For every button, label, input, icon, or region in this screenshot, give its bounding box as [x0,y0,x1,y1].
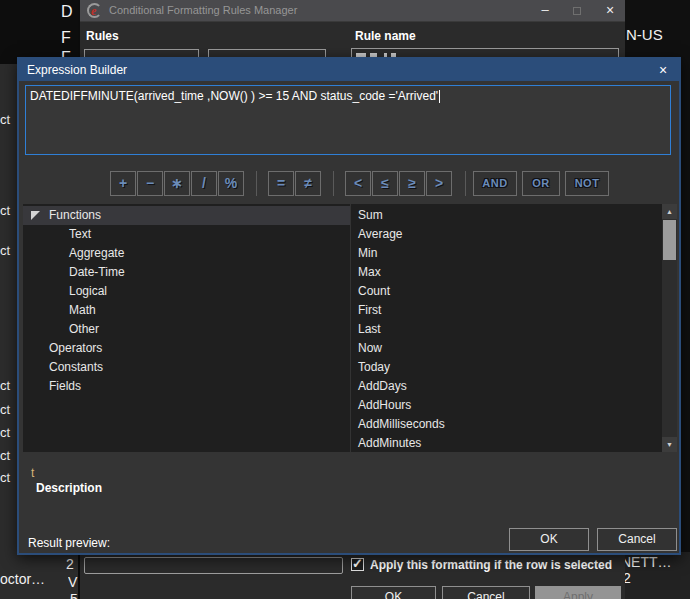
tree-item-text[interactable]: Text [23,225,350,244]
background-grid-fragment: ct [0,448,17,463]
tree-item-label: Text [69,227,91,241]
toolbar-separator [333,171,334,196]
not-equal-operator-button[interactable]: ≠ [295,171,321,196]
tree-item-label: Date-Time [69,265,125,279]
category-tree-panel: Functions Text Aggregate Date-Time Logic… [23,204,350,452]
tree-item-functions[interactable]: Functions [23,206,350,225]
background-grid-fragment: ct [0,402,17,417]
rule-name-label: Rule name [355,29,416,43]
expression-text: DATEDIFFMINUTE(arrived_time ,NOW() ) >= … [30,89,438,103]
list-item[interactable]: Last [351,320,677,339]
tree-item-aggregate[interactable]: Aggregate [23,244,350,263]
toolbar-separator [256,171,257,196]
background-grid-fragment: ct [0,203,17,218]
background-grid-fragment: ct [0,378,17,393]
stray-text-fragment: t [31,466,34,480]
not-operator-button[interactable]: NOT [565,171,609,196]
background-doctor-fragment: octor… [0,571,45,587]
dialog-close-button[interactable]: × [655,62,671,78]
window-title: Conditional Formatting Rules Manager [109,4,297,16]
equal-operator-button[interactable]: = [268,171,294,196]
tree-item-label: Functions [49,208,101,222]
background-grid-fragment: ct [0,425,17,440]
apply-row-selected-checkbox[interactable]: ✓ [351,558,364,571]
or-operator-button[interactable]: OR [522,171,560,196]
tree-item-label: Logical [69,284,107,298]
tree-item-label: Fields [49,379,81,393]
tree-item-logical[interactable]: Logical [23,282,350,301]
result-preview-label: Result preview: [28,536,110,550]
list-item[interactable]: AddHours [351,396,677,415]
tree-item-label: Other [69,322,99,336]
toolbar-separator [465,171,466,196]
dialog-title: Expression Builder [27,63,127,77]
list-item[interactable]: Now [351,339,677,358]
divide-operator-button[interactable]: / [191,171,217,196]
app-logo-icon: e [87,3,102,18]
background-grid-fragment: ct [0,243,17,258]
cancel-button[interactable]: Cancel [597,528,677,551]
list-item[interactable]: AddMinutes [351,434,677,453]
tree-item-label: Operators [49,341,102,355]
rules-apply-button[interactable]: Apply [535,586,621,599]
greater-than-operator-button[interactable]: > [426,171,452,196]
list-item[interactable]: Today [351,358,677,377]
list-item[interactable]: Average [351,225,677,244]
tree-item-label: Math [69,303,96,317]
background-row-fragment: V [68,574,78,590]
minimize-button[interactable]: – [534,0,556,22]
list-scrollbar[interactable]: ▲ ▼ [662,204,677,452]
list-item[interactable]: First [351,301,677,320]
apply-row-selected-label: Apply this formatting if the row is sele… [370,558,612,572]
background-text-fragment: D [61,3,73,21]
scroll-down-icon[interactable]: ▼ [662,437,677,452]
tree-item-label: Constants [49,360,103,374]
percent-operator-button[interactable]: % [218,171,244,196]
tree-item-fields[interactable]: Fields [23,377,350,396]
maximize-button[interactable] [567,0,589,22]
minus-operator-button[interactable]: − [137,171,163,196]
list-item[interactable]: Count [351,282,677,301]
rules-ok-button[interactable]: OK [351,586,436,599]
maximize-icon [573,7,581,15]
list-item[interactable]: Max [351,263,677,282]
expanded-node-icon[interactable] [31,211,40,220]
tree-item-constants[interactable]: Constants [23,358,350,377]
tree-item-date-time[interactable]: Date-Time [23,263,350,282]
tree-item-other[interactable]: Other [23,320,350,339]
expression-input[interactable]: DATEDIFFMINUTE(arrived_time ,NOW() ) >= … [25,85,671,155]
text-caret [439,90,440,103]
tree-item-math[interactable]: Math [23,301,350,320]
list-item[interactable]: AddMilliseconds [351,415,677,434]
multiply-operator-button[interactable]: ∗ [164,171,190,196]
expression-preview-input[interactable] [84,557,343,574]
list-item[interactable]: Sum [351,206,677,225]
functions-list-panel: Sum Average Min Max Count First Last Now… [350,204,677,452]
rules-label: Rules [86,29,119,43]
less-equal-operator-button[interactable]: ≤ [372,171,398,196]
scrollbar-thumb[interactable] [663,220,676,260]
tree-item-label: Aggregate [69,246,124,260]
locale-indicator-fragment: N-US [626,26,663,43]
less-than-operator-button[interactable]: < [345,171,371,196]
background-nett-fragment: NETT… [621,554,672,570]
ok-button[interactable]: OK [509,528,589,551]
dialog-titlebar[interactable]: Expression Builder × [19,59,679,81]
background-grid-fragment: ct [0,112,17,127]
background-text-fragment: F [61,29,71,47]
scroll-up-icon[interactable]: ▲ [662,204,677,219]
tree-item-operators[interactable]: Operators [23,339,350,358]
plus-operator-button[interactable]: + [110,171,136,196]
checkmark-icon: ✓ [352,556,363,571]
list-item[interactable]: Min [351,244,677,263]
expression-builder-dialog: Expression Builder × DATEDIFFMINUTE(arri… [17,57,681,555]
background-grid-fragment: ct [0,470,17,485]
background-row-fragment: 2 [66,556,76,572]
and-operator-button[interactable]: AND [473,171,517,196]
rules-cancel-button[interactable]: Cancel [442,586,530,599]
list-item[interactable]: AddDays [351,377,677,396]
close-button[interactable]: × [599,0,621,22]
greater-equal-operator-button[interactable]: ≥ [399,171,425,196]
window-titlebar[interactable]: e Conditional Formatting Rules Manager –… [80,0,625,22]
description-label: Description [36,481,102,495]
